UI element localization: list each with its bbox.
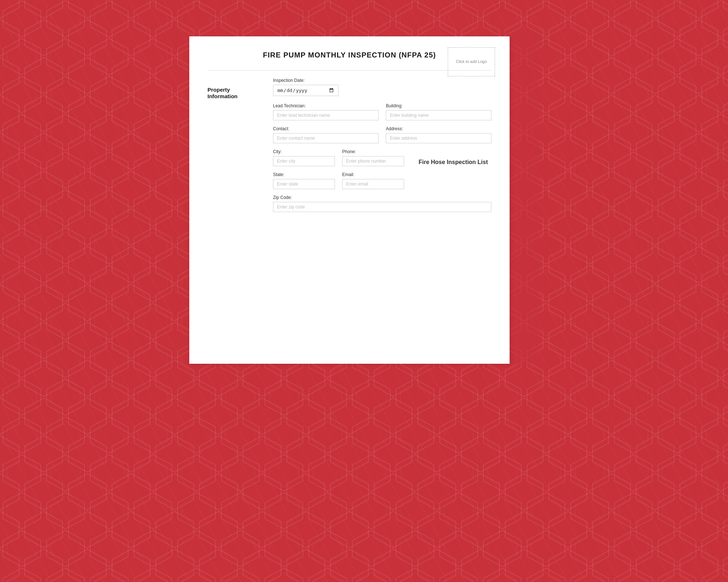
contact-address-row: Contact: Address: (273, 126, 491, 143)
zip-group: Zip Code: (273, 195, 491, 212)
lead-technician-input[interactable] (273, 110, 379, 120)
email-group: Email: (342, 172, 404, 189)
lead-technician-label: Lead Technician: (273, 103, 379, 108)
lead-building-row: Lead Technician: Building: (273, 103, 491, 120)
form-header: FIRE PUMP MONTHLY INSPECTION (NFPA 25) C… (207, 51, 491, 59)
phone-label: Phone: (342, 149, 404, 154)
page-wrapper: FIRE PUMP MONTHLY INSPECTION (NFPA 25) C… (189, 36, 539, 364)
fire-hose-inspection-title: Fire Hose Inspection List (419, 159, 488, 165)
address-group: Address: (386, 126, 491, 143)
contact-label: Contact: (273, 126, 379, 131)
building-label: Building: (386, 103, 491, 108)
form-container: FIRE PUMP MONTHLY INSPECTION (NFPA 25) C… (189, 36, 510, 364)
building-input[interactable] (386, 110, 491, 120)
address-label: Address: (386, 126, 491, 131)
inspection-date-label: Inspection Date: (273, 78, 491, 83)
form-fields-col: Inspection Date: Lead Technician: Buildi… (273, 78, 491, 218)
city-input[interactable] (273, 156, 335, 166)
zip-row: Zip Code: (273, 195, 491, 212)
email-label: Email: (342, 172, 404, 177)
logo-box-text: Click to add Logo (456, 59, 487, 64)
property-header-row: Property Information Inspection Date: Le… (207, 78, 491, 218)
phone-input[interactable] (342, 156, 404, 166)
zip-label: Zip Code: (273, 195, 491, 200)
inspection-date-group: Inspection Date: (273, 78, 491, 96)
right-panel (510, 36, 539, 364)
zip-input[interactable] (273, 202, 491, 212)
building-group: Building: (386, 103, 491, 120)
fire-hose-title-container: Fire Hose Inspection List (411, 159, 491, 166)
contact-input[interactable] (273, 133, 379, 143)
contact-group: Contact: (273, 126, 379, 143)
logo-upload-box[interactable]: Click to add Logo (448, 47, 495, 76)
property-label-col: Property Information (207, 78, 258, 100)
lead-technician-group: Lead Technician: (273, 103, 379, 120)
state-input[interactable] (273, 179, 335, 189)
property-information-label: Property Information (207, 87, 238, 99)
inspection-date-input[interactable] (273, 85, 339, 96)
state-email-row: State: Email: (273, 172, 491, 189)
city-label: City: (273, 149, 335, 154)
city-group: City: (273, 149, 335, 166)
state-group: State: (273, 172, 335, 189)
address-input[interactable] (386, 133, 491, 143)
phone-group: Phone: (342, 149, 404, 166)
email-input[interactable] (342, 179, 404, 189)
state-label: State: (273, 172, 335, 177)
main-content-area: Property Information Inspection Date: Le… (207, 78, 491, 218)
city-phone-row: City: Phone: Fire Hose Inspection List (273, 149, 491, 166)
